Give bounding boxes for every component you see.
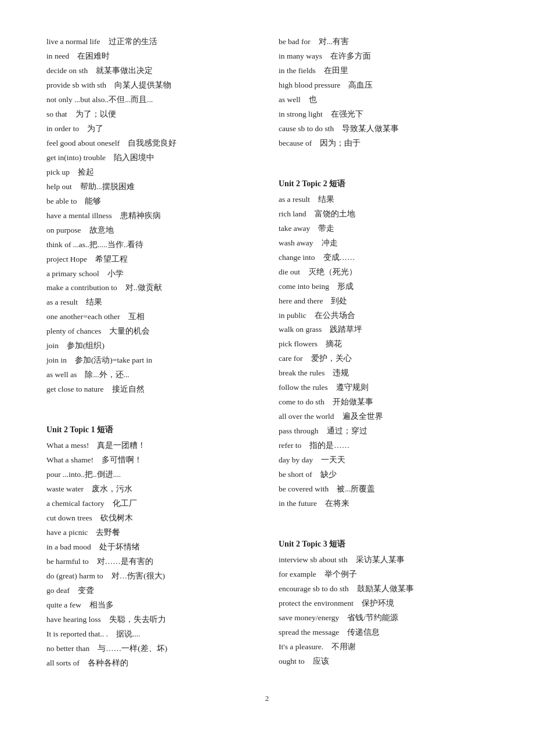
list-item: pour ...into..把..倒进....: [46, 468, 255, 482]
list-item: waste water 废水，污水: [46, 482, 255, 497]
list-item: in strong light 在强光下: [279, 107, 488, 122]
list-item: spread the message 传递信息: [279, 625, 488, 640]
list-item: wash away 冲走: [279, 236, 488, 251]
page-number: 2: [46, 694, 488, 703]
right-column: be bad for 对...有害in many ways 在许多方面in th…: [279, 35, 488, 671]
list-item: have a picnic 去野餐: [46, 526, 255, 540]
list-item: day by day 一天天: [279, 453, 488, 468]
list-item: follow the rules 遵守规则: [279, 381, 488, 395]
list-item: be bad for 对...有害: [279, 35, 488, 49]
list-item: die out 灭绝（死光）: [279, 265, 488, 280]
list-item: be short of 缺少: [279, 468, 488, 482]
list-item: plenty of chances 大量的机会: [46, 324, 255, 339]
list-item: provide sb with sth 向某人提供某物: [46, 78, 255, 93]
list-item: in a bad mood 处于坏情绪: [46, 540, 255, 555]
list-item: interview sb about sth 采访某人某事: [279, 553, 488, 567]
list-item: walk on grass 践踏草坪: [279, 323, 488, 337]
list-item: in order to 为了: [46, 122, 255, 136]
list-item: because of 因为；由于: [279, 136, 488, 151]
list-item: pick up 捡起: [46, 165, 255, 180]
list-item: have a mental illness 患精神疾病: [46, 209, 255, 223]
list-item: join 参加(组织): [46, 339, 255, 353]
list-item: get close to nature 接近自然: [46, 382, 255, 397]
list-item: What a shame! 多可惜啊！: [46, 453, 255, 468]
list-item: for example 举个例子: [279, 567, 488, 582]
list-item: all sorts of 各种各样的: [46, 656, 255, 671]
list-item: decide on sth 就某事做出决定: [46, 64, 255, 78]
list-item: in the future 在将来: [279, 497, 488, 511]
list-item: here and there 到处: [279, 294, 488, 309]
list-item: high blood pressure 高血压: [279, 78, 488, 93]
list-item: help out 帮助...摆脱困难: [46, 180, 255, 194]
list-item: be harmful to 对……是有害的: [46, 555, 255, 569]
list-item: join in 参加(活动)=take part in: [46, 353, 255, 368]
list-item: all over the world 遍及全世界: [279, 410, 488, 424]
list-item: no better than 与……一样(差、坏): [46, 642, 255, 656]
content-columns: live a normal life 过正常的生活in need 在困难时dec…: [46, 35, 488, 671]
list-item: in many ways 在许多方面: [279, 49, 488, 64]
list-item: in public 在公共场合: [279, 309, 488, 323]
list-item: quite a few 相当多: [46, 598, 255, 613]
list-item: ought to 应该: [279, 654, 488, 669]
list-item: cause sb to do sth 导致某人做某事: [279, 122, 488, 136]
list-item: do (great) harm to 对…伤害(很大): [46, 569, 255, 584]
list-item: have hearing loss 失聪，失去听力: [46, 613, 255, 627]
list-item: care for 爱护，关心: [279, 352, 488, 366]
section-title: Unit 2 Topic 3 短语: [279, 539, 488, 549]
list-item: save money/energy 省钱/节约能源: [279, 611, 488, 625]
list-item: go deaf 变聋: [46, 584, 255, 598]
spacer: [279, 151, 488, 162]
list-item: take away 带走: [279, 222, 488, 236]
list-item: It is reported that.. . 据说....: [46, 627, 255, 642]
list-item: a primary school 小学: [46, 267, 255, 281]
list-item: be covered with 被...所覆盖: [279, 482, 488, 497]
spacer: [46, 397, 255, 408]
spacer: [279, 511, 488, 523]
list-item: as a result 结果: [279, 193, 488, 207]
list-item: protect the environment 保护环境: [279, 596, 488, 611]
list-item: a chemical factory 化工厂: [46, 497, 255, 511]
list-item: live a normal life 过正常的生活: [46, 35, 255, 49]
list-item: on purpose 故意地: [46, 223, 255, 238]
left-column: live a normal life 过正常的生活in need 在困难时dec…: [46, 35, 255, 671]
list-item: so that 为了；以便: [46, 107, 255, 122]
list-item: encourage sb to do sth 鼓励某人做某事: [279, 582, 488, 596]
list-item: be able to 能够: [46, 194, 255, 209]
list-item: cut down trees 砍伐树木: [46, 511, 255, 526]
list-item: What a mess! 真是一团糟！: [46, 439, 255, 453]
list-item: come to do sth 开始做某事: [279, 395, 488, 410]
list-item: as well 也: [279, 93, 488, 107]
list-item: It's a pleasure. 不用谢: [279, 640, 488, 654]
page-container: live a normal life 过正常的生活in need 在困难时dec…: [46, 35, 488, 703]
section-title: Unit 2 Topic 2 短语: [279, 179, 488, 189]
list-item: pass through 通过；穿过: [279, 424, 488, 439]
list-item: think of ...as..把.....当作..看待: [46, 238, 255, 252]
list-item: as a result 结果: [46, 295, 255, 310]
list-item: as well as 除...外，还...: [46, 368, 255, 382]
list-item: refer to 指的是……: [279, 439, 488, 453]
list-item: come into being 形成: [279, 280, 488, 294]
list-item: one another=each other 互相: [46, 310, 255, 324]
list-item: feel good about oneself 自我感觉良好: [46, 136, 255, 151]
list-item: get in(into) trouble 陷入困境中: [46, 151, 255, 165]
list-item: project Hope 希望工程: [46, 252, 255, 267]
list-item: in the fields 在田里: [279, 64, 488, 78]
list-item: change into 变成……: [279, 251, 488, 265]
list-item: make a contribution to 对..做贡献: [46, 281, 255, 295]
list-item: in need 在困难时: [46, 49, 255, 64]
list-item: not only ...but also..不但...而且...: [46, 93, 255, 107]
section-title: Unit 2 Topic 1 短语: [46, 425, 255, 435]
list-item: rich land 富饶的土地: [279, 207, 488, 222]
list-item: pick flowers 摘花: [279, 337, 488, 352]
list-item: break the rules 违规: [279, 366, 488, 381]
